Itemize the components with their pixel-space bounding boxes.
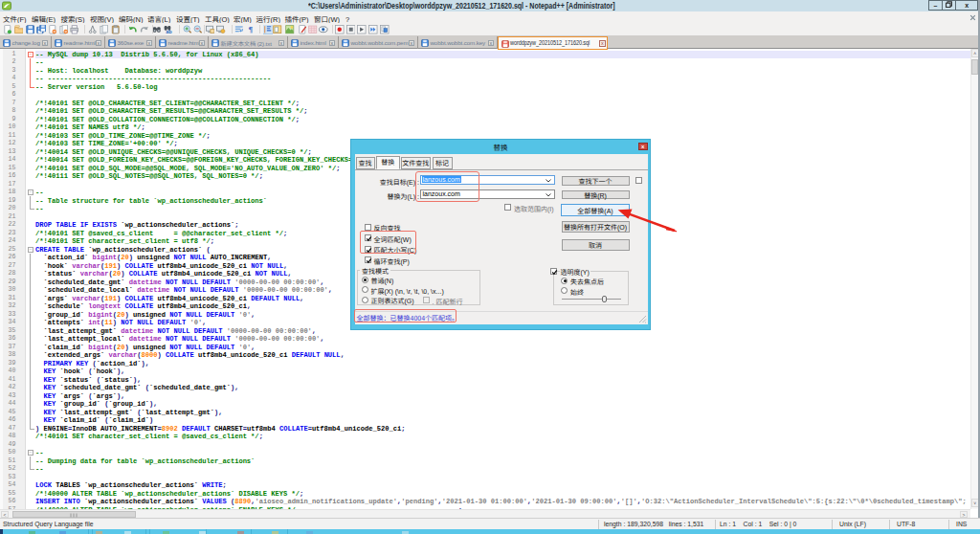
svg-text:¶: ¶ [248,25,253,33]
svg-text:ab: ab [166,29,172,33]
